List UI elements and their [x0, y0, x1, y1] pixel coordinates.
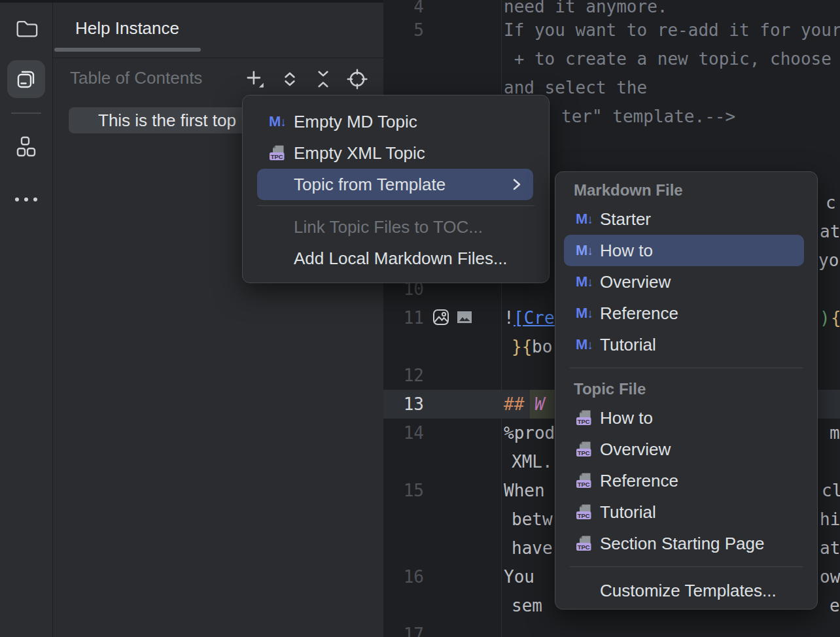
submenu-item-label: Starter — [600, 209, 651, 230]
code-segment: ! — [504, 303, 514, 332]
topic-from-template-submenu: Markdown File M↓ Starter M↓ How to M↓ Ov… — [555, 171, 818, 610]
svg-text:TPC: TPC — [578, 481, 590, 488]
markdown-icon: M↓ — [575, 211, 593, 228]
more-icon[interactable] — [7, 181, 45, 218]
topic-tpc-icon: TPC — [575, 409, 593, 427]
submenu-separator — [570, 368, 803, 368]
gutter-line-number: 17 — [383, 620, 424, 637]
code-segment: When — [504, 476, 545, 505]
submenu-item-customize-templates[interactable]: Customize Templates... — [555, 575, 817, 606]
window-top-edge — [0, 0, 383, 3]
code-segment: at — [820, 217, 840, 246]
submenu-item-starter[interactable]: M↓ Starter — [555, 203, 817, 235]
markdown-icon: M↓ — [575, 273, 593, 290]
code-segment: his — [820, 505, 840, 534]
topic-tpc-icon: TPC — [575, 440, 593, 458]
submenu-item-label: How to — [600, 408, 653, 428]
markdown-icon: M↓ — [268, 113, 287, 130]
editor-line: 17 — [383, 620, 840, 637]
code-segment: { — [831, 303, 840, 332]
tool-window-stripe — [0, 0, 53, 637]
code-segment: e — [830, 591, 840, 620]
code-segment: betw — [512, 505, 553, 534]
markdown-icon: M↓ — [575, 336, 593, 353]
gutter-line-number: 12 — [383, 361, 424, 390]
gutter-line-number: 5 — [383, 16, 424, 44]
code-segment: }{ — [512, 332, 532, 361]
image-filled-icon[interactable] — [455, 308, 474, 326]
submenu-item-label: Overview — [600, 439, 671, 460]
submenu-item-how-to-md[interactable]: M↓ How to — [564, 235, 804, 266]
structure-icon[interactable] — [7, 128, 45, 166]
svg-text:TPC: TPC — [578, 512, 590, 519]
topic-tpc-icon: TPC — [575, 534, 593, 553]
svg-text:TPC: TPC — [271, 153, 283, 160]
code-segment: c — [826, 188, 836, 217]
fold-icon[interactable] — [311, 67, 335, 91]
code-segment: you — [818, 246, 840, 275]
gutter-image-icons — [432, 308, 474, 326]
markdown-icon: M↓ — [575, 305, 593, 322]
menu-item-label: Add Local Markdown Files... — [294, 249, 508, 269]
gutter-line-number: 16 — [383, 562, 424, 591]
submenu-item-label: Reference — [600, 471, 678, 491]
svg-text:TPC: TPC — [578, 543, 590, 551]
code-segment: XML. — [512, 447, 553, 476]
editor-line: 5If you want to re-add it for your — [383, 16, 840, 44]
menu-separator — [257, 205, 534, 206]
gutter-line-number: 11 — [383, 303, 424, 332]
new-topic-context-menu: M↓ Empty MD Topic TPC Empty XML Topic To… — [242, 95, 550, 283]
submenu-section-header: Markdown File — [555, 177, 817, 203]
instances-icon[interactable] — [7, 60, 45, 98]
folder-icon[interactable] — [7, 10, 45, 48]
submenu-item-label: Section Starting Page — [600, 534, 765, 554]
svg-text:TPC: TPC — [578, 449, 590, 456]
gutter-line-number: 14 — [383, 419, 424, 447]
submenu-item-label: Tutorial — [600, 502, 656, 523]
menu-item-empty-xml-topic[interactable]: TPC Empty XML Topic — [243, 137, 549, 169]
submenu-item-tutorial-topic[interactable]: TPC Tutorial — [555, 496, 817, 528]
submenu-item-label: Overview — [600, 272, 671, 292]
gutter-line-number: 15 — [383, 476, 424, 505]
submenu-item-how-to-topic[interactable]: TPC How to — [555, 402, 817, 434]
submenu-item-tutorial-md[interactable]: M↓ Tutorial — [555, 329, 817, 360]
code-segment: ) — [820, 303, 830, 332]
submenu-separator — [570, 566, 803, 567]
menu-item-topic-from-template[interactable]: Topic from Template — [257, 169, 533, 200]
code-segment: ## — [504, 390, 524, 419]
markdown-icon: M↓ — [575, 242, 593, 259]
target-icon[interactable] — [345, 67, 369, 91]
unfold-icon[interactable] — [278, 67, 302, 91]
menu-item-link-topic-files[interactable]: Link Topic Files to TOC... — [243, 211, 549, 243]
topic-tpc-icon: TPC — [575, 472, 593, 490]
submenu-section-header: Topic File — [555, 376, 817, 402]
code-segment: sem — [512, 591, 542, 620]
menu-item-add-local-markdown[interactable]: Add Local Markdown Files... — [243, 243, 549, 274]
code-segment: m — [830, 419, 840, 447]
image-outline-icon[interactable] — [432, 308, 450, 326]
submenu-item-section-starting-page[interactable]: TPC Section Starting Page — [555, 528, 817, 559]
stripe-divider — [11, 112, 41, 114]
submenu-item-label: Tutorial — [600, 335, 656, 355]
code-segment: + to create a new topic, choose — [504, 44, 840, 73]
code-segment: have — [512, 534, 553, 562]
code-segment: cl — [822, 476, 840, 505]
menu-item-empty-md-topic[interactable]: M↓ Empty MD Topic — [243, 106, 549, 137]
submenu-item-overview-md[interactable]: M↓ Overview — [555, 266, 817, 298]
code-segment: bo — [532, 332, 552, 361]
code-segment: ow — [820, 562, 840, 591]
svg-text:TPC: TPC — [578, 418, 590, 425]
menu-item-label: Empty XML Topic — [294, 143, 425, 164]
submenu-item-overview-topic[interactable]: TPC Overview — [555, 434, 817, 465]
submenu-item-reference-md[interactable]: M↓ Reference — [555, 298, 817, 329]
menu-item-label: Empty MD Topic — [294, 112, 417, 132]
topic-tpc-icon: TPC — [268, 144, 287, 162]
submenu-item-reference-topic[interactable]: TPC Reference — [555, 465, 817, 496]
code-segment: If you want to re-add it for your — [504, 16, 840, 44]
menu-item-label: Topic from Template — [294, 175, 446, 195]
code-segment: [Cre — [514, 303, 555, 332]
menu-item-label: Link Topic Files to TOC... — [294, 217, 483, 237]
code-segment: at — [820, 534, 840, 562]
submenu-arrow-icon — [511, 177, 523, 192]
plus-dropdown-icon[interactable] — [243, 67, 267, 91]
